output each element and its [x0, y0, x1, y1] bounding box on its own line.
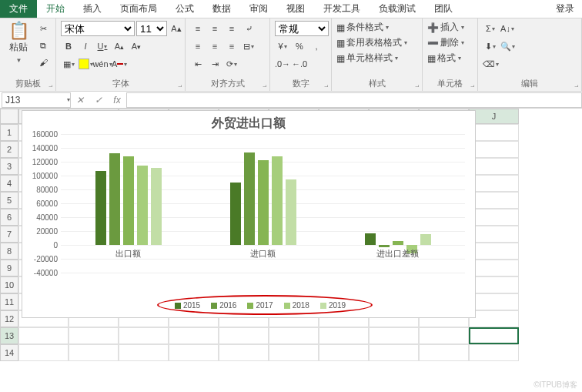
find-icon[interactable]: 🔍▾: [500, 39, 515, 54]
cell-F13[interactable]: [269, 327, 319, 344]
sort-filter-icon[interactable]: A↓▾: [500, 21, 515, 36]
cell-A14[interactable]: [18, 344, 69, 361]
phonetic-button[interactable]: wén▾: [95, 56, 110, 72]
font-size-select[interactable]: 11: [136, 21, 167, 36]
cell-J1[interactable]: [469, 124, 519, 141]
align-left-icon[interactable]: ≡: [190, 39, 206, 54]
row-header-13[interactable]: 13: [0, 327, 18, 344]
shrink-font-icon[interactable]: A▾: [129, 39, 144, 54]
cancel-icon[interactable]: ✕: [71, 95, 89, 106]
font-name-select[interactable]: 宋体: [61, 21, 135, 36]
cell-G14[interactable]: [319, 344, 369, 361]
merge-button[interactable]: ⊟▾: [241, 39, 256, 54]
italic-button[interactable]: I: [78, 39, 93, 54]
cell-J3[interactable]: [469, 158, 519, 175]
cell-D14[interactable]: [169, 344, 219, 361]
currency-icon[interactable]: ¥▾: [275, 39, 290, 54]
tab-load[interactable]: 负载测试: [370, 0, 425, 18]
tab-view[interactable]: 视图: [277, 0, 314, 18]
conditional-format-button[interactable]: ▦ 条件格式 ▾: [336, 21, 389, 34]
bold-button[interactable]: B: [61, 39, 76, 54]
embedded-chart[interactable]: 外贸进出口额 -40000-20000020000400006000080000…: [22, 110, 476, 318]
align-right-icon[interactable]: ≡: [224, 39, 239, 54]
increase-decimal-icon[interactable]: .0→: [275, 56, 290, 72]
column-header-J[interactable]: J: [469, 109, 519, 124]
name-box[interactable]: J13▾: [2, 92, 71, 108]
indent-dec-icon[interactable]: ⇤: [190, 56, 206, 72]
row-header-6[interactable]: 6: [0, 209, 18, 226]
cell-J9[interactable]: [469, 260, 519, 276]
delete-button[interactable]: ➖ 删除▾: [427, 36, 464, 49]
align-middle-icon[interactable]: ≡: [207, 21, 222, 36]
font-color-button[interactable]: A▾: [112, 56, 127, 72]
cell-C13[interactable]: [119, 327, 169, 344]
number-format-select[interactable]: 常规: [275, 21, 329, 36]
row-header-9[interactable]: 9: [0, 260, 18, 276]
row-header-4[interactable]: 4: [0, 175, 18, 192]
tab-review[interactable]: 审阅: [240, 0, 277, 18]
row-header-3[interactable]: 3: [0, 158, 18, 175]
cell-J11[interactable]: [469, 293, 519, 310]
row-header-14[interactable]: 14: [0, 344, 18, 361]
cell-J14[interactable]: [469, 344, 519, 361]
comma-icon[interactable]: ,: [309, 39, 324, 54]
cell-I13[interactable]: [419, 327, 469, 344]
align-bottom-icon[interactable]: ≡: [224, 21, 239, 36]
row-header-10[interactable]: 10: [0, 276, 18, 293]
cell-A13[interactable]: [18, 327, 69, 344]
cell-B14[interactable]: [69, 344, 119, 361]
row-header-11[interactable]: 11: [0, 293, 18, 310]
cell-J10[interactable]: [469, 276, 519, 293]
enter-icon[interactable]: ✓: [89, 95, 108, 106]
cut-icon[interactable]: ✂: [35, 21, 51, 36]
increase-font-icon[interactable]: A▴: [169, 21, 184, 36]
table-format-button[interactable]: ▦ 套用表格格式 ▾: [336, 36, 407, 49]
clear-icon[interactable]: ⌫▾: [483, 56, 498, 72]
tab-team[interactable]: 团队: [425, 0, 462, 18]
border-button[interactable]: ▦▾: [61, 56, 76, 72]
cell-H14[interactable]: [369, 344, 419, 361]
tab-dev[interactable]: 开发工具: [314, 0, 370, 18]
align-top-icon[interactable]: ≡: [190, 21, 206, 36]
orientation-icon[interactable]: ⟳▾: [224, 56, 239, 72]
decrease-decimal-icon[interactable]: ←.0: [292, 56, 307, 72]
tab-formulas[interactable]: 公式: [166, 0, 203, 18]
cell-D13[interactable]: [169, 327, 219, 344]
tab-file[interactable]: 文件: [0, 0, 37, 18]
insert-button[interactable]: ➕ 插入▾: [427, 21, 464, 34]
row-header-8[interactable]: 8: [0, 243, 18, 260]
cell-J4[interactable]: [469, 175, 519, 192]
grow-font-icon[interactable]: A▴: [112, 39, 127, 54]
cell-J8[interactable]: [469, 243, 519, 260]
formula-input[interactable]: [126, 92, 582, 108]
copy-icon[interactable]: ⧉: [35, 38, 51, 53]
cell-J12[interactable]: [469, 310, 519, 327]
tab-insert[interactable]: 插入: [74, 0, 111, 18]
cell-J2[interactable]: [469, 141, 519, 158]
format-painter-icon[interactable]: 🖌: [35, 55, 51, 70]
tab-layout[interactable]: 页面布局: [111, 0, 166, 18]
fill-icon[interactable]: ⬇▾: [483, 39, 498, 54]
wrap-text-button[interactable]: ⤶: [241, 21, 256, 36]
cell-E13[interactable]: [219, 327, 269, 344]
cell-I14[interactable]: [419, 344, 469, 361]
cell-J5[interactable]: [469, 192, 519, 209]
percent-icon[interactable]: %: [292, 39, 307, 54]
row-header-5[interactable]: 5: [0, 192, 18, 209]
fx-icon[interactable]: fx: [108, 95, 126, 106]
paste-button[interactable]: 📋 粘贴 ▼: [5, 21, 32, 65]
align-center-icon[interactable]: ≡: [207, 39, 222, 54]
cell-H13[interactable]: [369, 327, 419, 344]
row-header-1[interactable]: 1: [0, 124, 18, 141]
row-header-2[interactable]: 2: [0, 141, 18, 158]
tab-data[interactable]: 数据: [203, 0, 240, 18]
indent-inc-icon[interactable]: ⇥: [207, 56, 222, 72]
row-header-12[interactable]: 12: [0, 310, 18, 327]
cell-B13[interactable]: [69, 327, 119, 344]
cell-C14[interactable]: [119, 344, 169, 361]
cell-J7[interactable]: [469, 226, 519, 243]
cell-E14[interactable]: [219, 344, 269, 361]
underline-button[interactable]: U▾: [95, 39, 110, 54]
row-header-7[interactable]: 7: [0, 226, 18, 243]
cell-F14[interactable]: [269, 344, 319, 361]
